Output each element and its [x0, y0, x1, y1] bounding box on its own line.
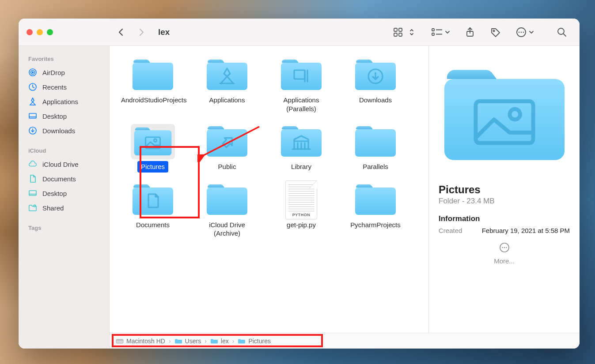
folder-icon — [238, 338, 246, 344]
svg-line-15 — [564, 34, 566, 36]
zoom-window-button[interactable] — [47, 29, 53, 35]
icon-view-icon — [392, 26, 405, 38]
svg-rect-5 — [432, 33, 434, 35]
file-item-label: PycharmProjects — [347, 219, 404, 231]
folder-icon — [353, 57, 398, 93]
file-item-label: Parallels — [359, 161, 392, 173]
file-item[interactable]: Pictures — [116, 122, 190, 174]
file-item-label: Public — [215, 161, 240, 173]
file-grid-area[interactable]: AndroidStudioProjects Applications Appli… — [110, 46, 428, 333]
file-item[interactable]: Documents — [116, 180, 190, 241]
label: Desktop — [42, 113, 67, 120]
label: Desktop — [42, 190, 67, 197]
applications-icon — [28, 97, 37, 106]
svg-rect-48 — [116, 339, 123, 341]
path-crumb[interactable]: Macintosh HD — [116, 338, 165, 345]
file-item[interactable]: Applications (Parallels) — [264, 56, 338, 116]
preview-name: Pictures — [439, 184, 570, 196]
folder-icon — [131, 124, 175, 159]
svg-rect-2 — [394, 33, 397, 36]
crumb-label: lex — [221, 338, 229, 345]
folder-title: lex — [158, 27, 170, 37]
file-item[interactable]: Downloads — [338, 56, 413, 116]
svg-rect-0 — [394, 28, 397, 31]
preview-folder-icon — [439, 58, 570, 173]
file-item[interactable]: Applications — [190, 56, 264, 116]
sidebar-item-recents[interactable]: Recents — [19, 80, 109, 94]
folder-icon — [131, 182, 175, 218]
chevron-right-icon: › — [232, 338, 235, 345]
label: Downloads — [42, 127, 75, 135]
folder-icon — [205, 124, 249, 159]
label: Applications — [42, 98, 78, 105]
crumb-label: Users — [185, 338, 201, 345]
sidebar-item-desktop-cloud[interactable]: Desktop — [19, 186, 109, 200]
downloads-icon — [28, 126, 37, 135]
crumb-label: Pictures — [248, 338, 271, 345]
created-label: Created — [439, 227, 462, 234]
svg-point-13 — [523, 31, 524, 33]
desktop-icon — [28, 189, 37, 198]
path-crumb[interactable]: lex — [210, 338, 229, 345]
close-window-button[interactable] — [27, 29, 33, 35]
file-item[interactable]: PYTHON get-pip.py — [264, 180, 338, 241]
chevron-down-icon — [528, 26, 534, 38]
svg-point-46 — [506, 247, 507, 248]
tags-button[interactable] — [489, 26, 502, 38]
more-label[interactable]: More... — [439, 257, 570, 265]
view-switcher[interactable] — [392, 26, 418, 38]
traffic-lights — [19, 29, 110, 35]
svg-point-18 — [32, 72, 34, 73]
action-menu-button[interactable] — [515, 26, 534, 38]
file-item-label: Applications — [206, 94, 249, 106]
minimize-window-button[interactable] — [37, 29, 43, 35]
svg-rect-24 — [29, 191, 36, 195]
sidebar-section-icloud: iCloud — [19, 144, 109, 157]
disk-icon — [116, 338, 124, 344]
file-item[interactable]: Parallels — [338, 122, 413, 174]
file-item[interactable]: AndroidStudioProjects — [116, 56, 190, 116]
sidebar-item-applications[interactable]: Applications — [19, 94, 109, 109]
svg-rect-1 — [399, 28, 402, 31]
label: Shared — [42, 204, 64, 212]
chevron-right-icon: › — [169, 338, 171, 345]
folder-icon — [279, 124, 323, 159]
crumb-label: Macintosh HD — [126, 338, 165, 345]
share-button[interactable] — [464, 26, 476, 38]
svg-point-45 — [504, 247, 504, 248]
sidebar-item-desktop[interactable]: Desktop — [19, 109, 109, 123]
search-button[interactable] — [556, 26, 568, 38]
path-crumb[interactable]: Pictures — [238, 338, 271, 345]
sidebar-section-tags: Tags — [19, 221, 109, 234]
sidebar-item-airdrop[interactable]: AirDrop — [19, 65, 109, 79]
sidebar-item-documents[interactable]: Documents — [19, 172, 109, 186]
sidebar-item-shared[interactable]: Shared — [19, 201, 109, 215]
back-button[interactable] — [114, 26, 128, 39]
path-crumb[interactable]: Users — [174, 338, 201, 345]
sidebar-item-icloud-drive[interactable]: iCloud Drive — [19, 157, 109, 171]
forward-button[interactable] — [134, 26, 148, 39]
more-actions-button[interactable] — [439, 242, 570, 255]
svg-point-9 — [493, 30, 494, 31]
shared-folder-icon — [28, 203, 37, 212]
group-by-button[interactable] — [431, 26, 451, 38]
svg-point-11 — [519, 31, 520, 33]
sidebar-section-favorites: Favorites — [19, 52, 109, 65]
document-icon — [28, 174, 37, 183]
created-value: February 19, 2021 at 5:58 PM — [482, 227, 570, 234]
file-item-label: Pictures — [137, 161, 168, 173]
file-item-label: iCloud Drive (Archive) — [192, 219, 262, 239]
file-item[interactable]: Public — [190, 122, 264, 174]
svg-rect-21 — [29, 113, 36, 118]
file-item[interactable]: iCloud Drive (Archive) — [190, 180, 264, 241]
file-item-label: get-pip.py — [283, 219, 319, 231]
finder-window: lex — [19, 19, 580, 349]
folder-icon — [210, 338, 218, 344]
chevron-down-icon — [444, 26, 451, 38]
file-item[interactable]: Library — [264, 122, 338, 174]
file-item[interactable]: PycharmProjects — [338, 180, 413, 241]
file-item-label: Applications (Parallels) — [266, 94, 337, 114]
sidebar-item-downloads[interactable]: Downloads — [19, 124, 109, 138]
preview-info-heading: Information — [439, 214, 570, 223]
folder-icon — [131, 57, 175, 93]
